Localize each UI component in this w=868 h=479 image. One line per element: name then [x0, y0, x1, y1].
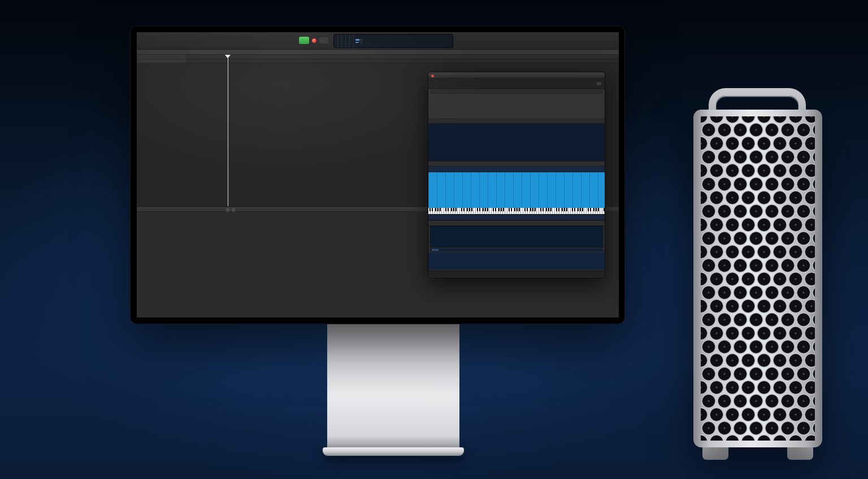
lcd-tempo — [342, 34, 346, 47]
playhead[interactable] — [228, 55, 228, 206]
midi-keyboard — [0, 382, 262, 479]
plugin-footer — [428, 271, 605, 278]
track-list-header — [137, 55, 186, 59]
monitor-stand — [327, 322, 459, 448]
lcd-display[interactable] — [333, 34, 453, 48]
zone-info-row — [428, 215, 605, 220]
arrange-menubar — [137, 50, 619, 55]
cycle-button[interactable] — [319, 37, 328, 43]
view-options-icon[interactable] — [596, 81, 602, 86]
waveform-scrollbar[interactable] — [430, 249, 603, 251]
lcd-time — [334, 34, 338, 47]
modulators-section — [428, 124, 605, 161]
q-button[interactable] — [226, 208, 229, 212]
play-button[interactable] — [299, 37, 309, 44]
transport-controls — [292, 37, 328, 44]
sample-info-panel — [428, 252, 605, 269]
synth-section — [428, 89, 605, 119]
close-button[interactable] — [431, 75, 434, 77]
logic-window — [137, 32, 619, 317]
plugin-titlebar[interactable] — [428, 72, 605, 79]
mapping-keyboard[interactable] — [428, 208, 605, 215]
q-value-button[interactable] — [232, 208, 235, 212]
zone-mapping-grid[interactable] — [428, 172, 605, 208]
plugin-tab-bar — [428, 79, 605, 89]
lcd-signature — [346, 34, 350, 47]
record-button[interactable] — [311, 38, 317, 43]
plugin-window — [428, 72, 605, 278]
waveform-display[interactable] — [430, 226, 603, 247]
timeline-ruler[interactable] — [186, 55, 619, 59]
marker-lane — [186, 59, 619, 63]
macpro-grille — [701, 116, 815, 441]
snap-drag-controls — [584, 51, 594, 54]
scene — [0, 0, 868, 479]
mapping-menubar — [428, 161, 605, 167]
group-info-row — [428, 167, 605, 172]
lcd-meters — [354, 34, 364, 47]
zone-menubar — [428, 220, 605, 226]
marker-track-header[interactable] — [137, 59, 186, 63]
lcd-position — [338, 34, 342, 47]
monitor-stand-foot — [323, 447, 464, 456]
modulators-section-title — [428, 119, 605, 124]
lcd-midi-io — [350, 34, 354, 47]
macpro-tower — [693, 110, 822, 447]
control-bar — [137, 32, 619, 50]
